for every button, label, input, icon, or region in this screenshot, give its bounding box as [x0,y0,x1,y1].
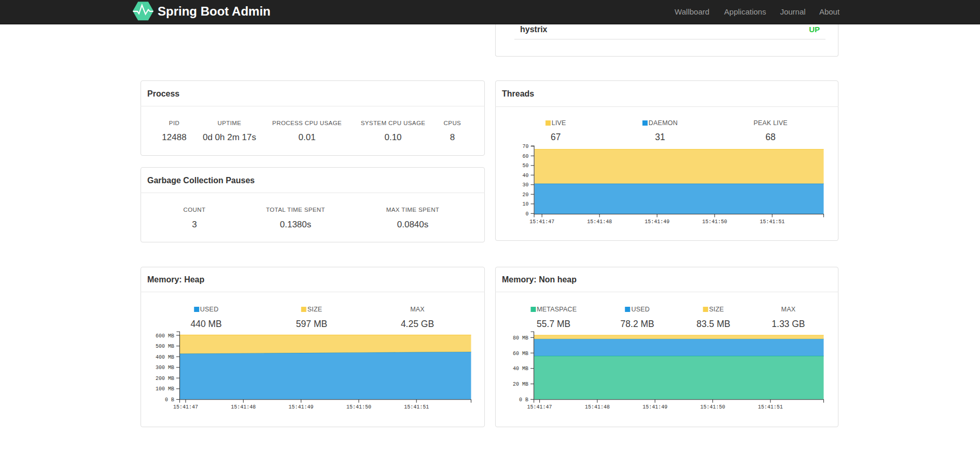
svg-text:50: 50 [523,163,529,169]
svg-text:30: 30 [523,182,529,188]
svg-text:15:41:50: 15:41:50 [346,404,371,410]
svg-text:15:41:51: 15:41:51 [404,404,429,410]
svg-text:40 MB: 40 MB [513,366,528,372]
svg-text:15:41:47: 15:41:47 [529,219,554,225]
svg-text:15:41:50: 15:41:50 [702,219,727,225]
svg-text:0: 0 [526,211,529,217]
svg-text:15:41:48: 15:41:48 [587,219,612,225]
svg-text:500 MB: 500 MB [156,344,174,349]
svg-text:20: 20 [523,192,529,198]
svg-text:15:41:49: 15:41:49 [645,219,669,225]
svg-text:600 MB: 600 MB [156,333,174,339]
svg-text:300 MB: 300 MB [156,365,174,371]
svg-text:15:41:51: 15:41:51 [758,404,783,410]
svg-text:400 MB: 400 MB [156,355,174,360]
svg-text:70: 70 [523,144,529,149]
svg-text:15:41:47: 15:41:47 [527,404,552,410]
svg-text:100 MB: 100 MB [156,386,174,392]
svg-text:60: 60 [523,154,529,159]
svg-text:80 MB: 80 MB [513,335,528,341]
svg-text:60 MB: 60 MB [513,351,528,357]
svg-text:0 B: 0 B [165,397,174,403]
svg-text:200 MB: 200 MB [156,376,174,382]
svg-text:20 MB: 20 MB [513,382,528,387]
svg-text:15:41:49: 15:41:49 [289,404,314,410]
svg-text:0 B: 0 B [519,397,528,403]
svg-text:15:41:47: 15:41:47 [173,404,198,410]
svg-text:15:41:50: 15:41:50 [700,404,725,410]
svg-text:40: 40 [523,173,529,179]
svg-text:15:41:49: 15:41:49 [642,404,667,410]
svg-text:15:41:51: 15:41:51 [760,219,785,225]
svg-text:10: 10 [523,201,529,207]
svg-text:15:41:48: 15:41:48 [231,404,256,410]
svg-text:15:41:48: 15:41:48 [585,404,610,410]
